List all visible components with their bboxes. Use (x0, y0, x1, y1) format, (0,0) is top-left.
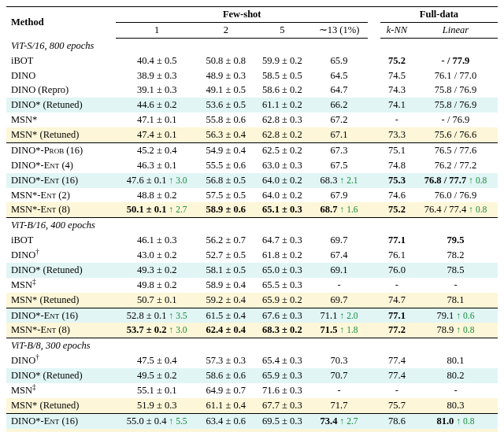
table-row: DINO* (Retuned)49.3 ± 0.258.1 ± 0.565.0 … (6, 263, 498, 278)
table-row: DINO*-Prob (16)45.2 ± 0.454.9 ± 0.462.5 … (6, 142, 498, 157)
table-row: DINO†43.0 ± 0.252.7 ± 0.561.8 ± 0.267.47… (6, 248, 498, 263)
section-title: ViT-B/16, 400 epochs (6, 218, 498, 233)
table-row: MSN* (Retuned)50.7 ± 0.159.2 ± 0.465.9 ±… (6, 293, 498, 308)
col-shot-2: 5 (254, 22, 311, 38)
table-row: MSN* (Retuned)51.9 ± 0.361.1 ± 0.467.7 ±… (6, 398, 498, 413)
col-method: Method (6, 7, 103, 38)
table-row: MSN*47.1 ± 0.155.8 ± 0.662.8 ± 0.367.2--… (6, 113, 498, 127)
table-row: DINO38.9 ± 0.348.9 ± 0.358.5 ± 0.564.574… (6, 68, 498, 83)
table-row: DINO* (Retuned)44.6 ± 0.253.6 ± 0.561.1 … (6, 98, 498, 113)
table-row: iBOT40.4 ± 0.550.8 ± 0.859.9 ± 0.265.975… (6, 54, 498, 68)
table-row: iBOT46.1 ± 0.356.2 ± 0.764.7 ± 0.369.777… (6, 233, 498, 248)
table-row: DINO†47.5 ± 0.457.3 ± 0.365.4 ± 0.370.37… (6, 353, 498, 368)
col-shot-0: 1 (116, 22, 198, 38)
table-row: DINO (Repro)39.1 ± 0.349.1 ± 0.558.6 ± 0… (6, 83, 498, 98)
results-table: MethodFew-shotFull-data125∼13 (1%)k-NNLi… (6, 6, 498, 432)
table-row: MSN‡55.1 ± 0.164.9 ± 0.771.6 ± 0.3--- (6, 383, 498, 398)
col-fewshot: Few-shot (116, 7, 368, 22)
col-full-0: k-NN (380, 22, 413, 38)
table-row: MSN*-Ent (2)48.8 ± 0.257.5 ± 0.564.0 ± 0… (6, 188, 498, 203)
table-row: MSN*-Ent (8)55.6 ± 0.2 ↑ 3.764.1 ± 0.470… (6, 429, 498, 433)
section-title: ViT-B/8, 300 epochs (6, 338, 498, 353)
table-row: DINO*-Ent (16)47.6 ± 0.1 ↑ 3.056.8 ± 0.5… (6, 173, 498, 188)
table-row: DINO*-Ent (16)55.0 ± 0.4 ↑ 5.563.4 ± 0.6… (6, 413, 498, 428)
table-row: MSN* (Retuned)47.4 ± 0.156.3 ± 0.462.8 ±… (6, 127, 498, 142)
table-row: DINO* (Retuned)49.5 ± 0.258.6 ± 0.665.9 … (6, 368, 498, 383)
col-shot-3: ∼13 (1%) (310, 22, 368, 38)
col-fulldata: Full-data (380, 7, 498, 22)
table-row: MSN‡49.8 ± 0.258.9 ± 0.465.5 ± 0.3--- (6, 278, 498, 293)
col-full-1: Linear (413, 22, 498, 38)
table-row: MSN*-Ent (8)53.7 ± 0.2 ↑ 3.062.4 ± 0.468… (6, 323, 498, 338)
table-row: DINO*-Ent (16)52.8 ± 0.1 ↑ 3.561.5 ± 0.4… (6, 308, 498, 323)
table-row: MSN*-Ent (8)50.1 ± 0.1 ↑ 2.758.9 ± 0.665… (6, 202, 498, 217)
section-title: ViT-S/16, 800 epochs (6, 38, 498, 53)
table-row: DINO*-Ent (4)46.3 ± 0.155.5 ± 0.663.0 ± … (6, 158, 498, 173)
col-shot-1: 2 (198, 22, 254, 38)
